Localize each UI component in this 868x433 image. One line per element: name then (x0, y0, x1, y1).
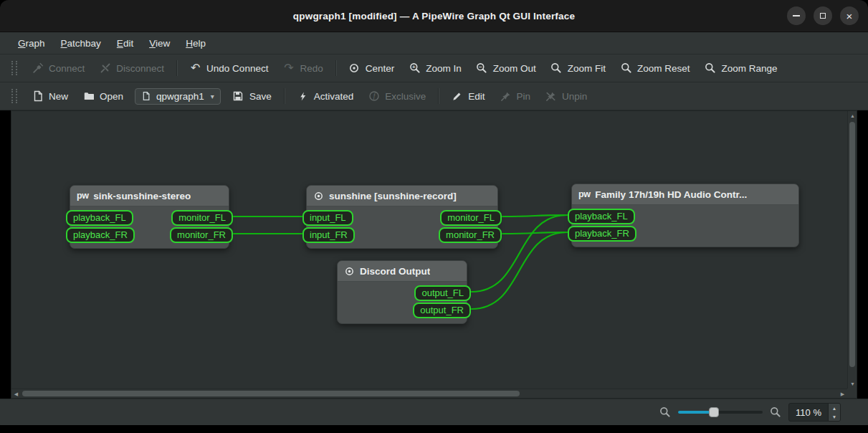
zoom-value: 110 % (789, 404, 828, 421)
center-label: Center (366, 63, 395, 74)
node-title: sunshine [sunshine-record] (329, 191, 457, 201)
edit-button[interactable]: Edit (444, 87, 491, 106)
disconnect-label: Disconnect (116, 63, 164, 74)
connection-wire-monitor_FR-to-playback_FR[interactable] (502, 232, 567, 234)
redo-button[interactable]: ↷Redo (276, 59, 329, 78)
activated-icon (297, 90, 309, 103)
zoom-out-button[interactable]: −Zoom Out (469, 59, 543, 78)
node-ports: output_FLoutput_FR (338, 282, 467, 323)
port-monitor_FR[interactable]: monitor_FR (170, 227, 233, 243)
zoom-out-icon[interactable] (659, 406, 671, 418)
spin-down-icon[interactable]: ▼ (829, 412, 840, 421)
vertical-scrollbar[interactable]: ▲ ▼ (847, 111, 857, 389)
port-row: input_FRmonitor_FR (312, 227, 492, 244)
edit-icon (451, 90, 463, 103)
zoom-in-icon[interactable] (770, 406, 781, 418)
patchbay-combo-value: qpwgraph1 (156, 91, 204, 102)
port-output_FL[interactable]: output_FL (414, 285, 471, 301)
window-title: qpwgraph1 [modified] — A PipeWire Graph … (293, 11, 575, 22)
center-icon (348, 62, 361, 75)
titlebar[interactable]: qpwgraph1 [modified] — A PipeWire Graph … (0, 0, 868, 32)
port-output_FR[interactable]: output_FR (413, 303, 471, 318)
unpin-icon (545, 90, 557, 103)
zoom-slider-handle[interactable] (709, 407, 719, 417)
menu-patchbay[interactable]: Patchbay (54, 35, 108, 52)
new-button[interactable]: New (25, 87, 75, 106)
exclusive-button[interactable]: fExclusive (361, 87, 432, 106)
port-playback_FR[interactable]: playback_FR (568, 226, 636, 242)
scrollbar-corner (847, 389, 857, 398)
toolbar-separator (284, 88, 285, 104)
connect-label: Connect (49, 63, 85, 74)
disconnect-button[interactable]: Disconnect (92, 59, 171, 78)
undo-connect-label: Undo Connect (206, 63, 268, 74)
graph-canvas[interactable]: pwsink-sunshine-stereoplayback_FLmonitor… (11, 111, 847, 389)
activated-button[interactable]: Activated (290, 87, 361, 106)
zoom-in-button[interactable]: +Zoom In (402, 59, 468, 78)
port-row: playback_FLmonitor_FL (75, 209, 224, 227)
chevron-down-icon: ▾ (211, 92, 214, 100)
port-playback_FL[interactable]: playback_FL (66, 210, 133, 226)
node-sunshine-sunshine-record[interactable]: sunshine [sunshine-record]input_FLmonito… (306, 185, 498, 249)
connect-button[interactable]: Connect (25, 59, 91, 78)
connect-icon (32, 62, 44, 75)
port-monitor_FL[interactable]: monitor_FL (171, 210, 233, 226)
patchbay-combo[interactable]: qpwgraph1▾ (135, 88, 221, 105)
port-monitor_FL[interactable]: monitor_FL (440, 210, 502, 226)
pin-button[interactable]: Pin (493, 87, 538, 106)
toolbar-handle[interactable] (11, 89, 17, 103)
vertical-scrollbar-thumb[interactable] (849, 122, 855, 367)
menu-graph[interactable]: Graph (11, 35, 52, 52)
maximize-button[interactable] (814, 6, 832, 25)
zoom-range-button[interactable]: Zoom Range (698, 59, 784, 78)
port-input_FR[interactable]: input_FR (302, 227, 355, 243)
spin-up-icon[interactable]: ▲ (829, 404, 840, 412)
file-icon (141, 91, 152, 102)
scroll-up-icon[interactable]: ▲ (848, 111, 857, 120)
node-header: sunshine [sunshine-record] (307, 186, 497, 206)
node-sink-sunshine-stereo[interactable]: pwsink-sunshine-stereoplayback_FLmonitor… (70, 185, 229, 249)
save-button[interactable]: Save (226, 87, 278, 106)
horizontal-scrollbar-thumb[interactable] (22, 391, 520, 396)
zoom-reset-button[interactable]: Zoom Reset (614, 59, 697, 78)
menu-help[interactable]: Help (178, 35, 213, 52)
node-ports: playback_FLplayback_FR (572, 205, 798, 247)
close-button[interactable]: × (840, 6, 859, 25)
edit-label: Edit (468, 91, 485, 102)
minimize-button[interactable] (787, 6, 806, 25)
scroll-down-icon[interactable]: ▼ (848, 379, 857, 389)
open-label: Open (100, 91, 123, 102)
svg-text:f: f (373, 92, 376, 100)
node-ports: input_FLmonitor_FLinput_FRmonitor_FR (307, 206, 497, 248)
new-icon (32, 90, 44, 103)
port-playback_FL[interactable]: playback_FL (568, 209, 635, 224)
zoom-spin-arrows: ▲ ▼ (828, 404, 840, 421)
undo-connect-button[interactable]: ↶Undo Connect (183, 59, 275, 78)
open-button[interactable]: Open (76, 87, 130, 106)
exclusive-icon: f (368, 90, 380, 103)
menu-edit[interactable]: Edit (110, 35, 140, 52)
zoom-reset-label: Zoom Reset (637, 63, 690, 74)
port-monitor_FR[interactable]: monitor_FR (439, 227, 502, 243)
node-family-17h-19h-hd-audio-contr[interactable]: pwFamily 17h/19h HD Audio Contr...playba… (571, 184, 799, 247)
unpin-button[interactable]: Unpin (538, 87, 593, 106)
connection-wire-monitor_FL-to-playback_FL[interactable] (502, 215, 567, 217)
save-label: Save (249, 91, 272, 102)
port-row: input_FLmonitor_FL (312, 209, 492, 227)
node-header: pwFamily 17h/19h HD Audio Contr... (572, 184, 798, 205)
port-row: playback_FL (577, 208, 793, 225)
new-label: New (49, 91, 68, 102)
toolbar-handle[interactable] (11, 61, 17, 75)
center-button[interactable]: Center (342, 59, 401, 78)
scroll-left-icon[interactable]: ◀ (11, 389, 21, 399)
statusbar: 110 % ▲ ▼ (0, 399, 868, 425)
scroll-right-icon[interactable]: ▶ (838, 389, 847, 399)
node-discord-output[interactable]: Discord Outputoutput_FLoutput_FR (337, 260, 467, 324)
port-input_FL[interactable]: input_FL (302, 210, 353, 226)
horizontal-scrollbar[interactable]: ◀ ▶ (11, 389, 847, 398)
zoom-spinbox[interactable]: 110 % ▲ ▼ (788, 403, 841, 422)
zoom-slider[interactable] (678, 411, 763, 414)
zoom-fit-button[interactable]: Zoom Fit (544, 59, 612, 78)
menu-view[interactable]: View (142, 35, 177, 52)
port-playback_FR[interactable]: playback_FR (66, 227, 135, 243)
